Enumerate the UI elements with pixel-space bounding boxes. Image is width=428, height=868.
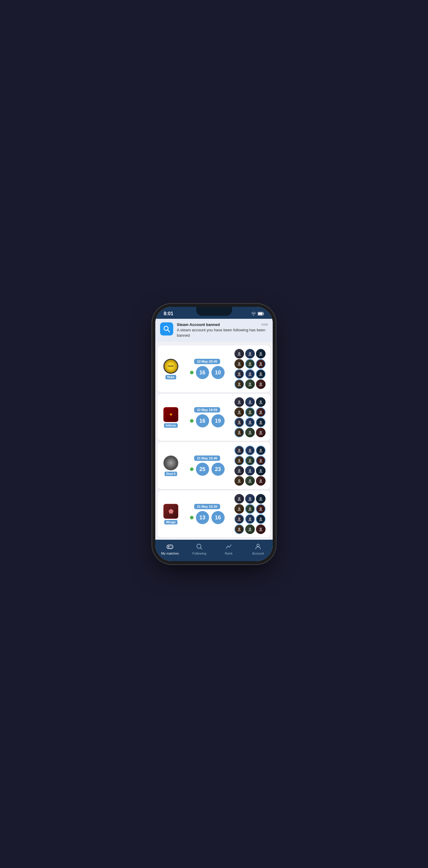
svg-point-31 bbox=[260, 449, 262, 451]
svg-point-46 bbox=[260, 507, 262, 509]
svg-point-20 bbox=[238, 411, 240, 413]
players-grid bbox=[234, 349, 266, 389]
svg-point-10 bbox=[260, 362, 262, 365]
svg-point-49 bbox=[260, 518, 262, 520]
svg-point-96 bbox=[257, 544, 259, 547]
score1: 16 bbox=[196, 366, 209, 379]
svg-point-50 bbox=[238, 528, 240, 530]
players-grid bbox=[234, 446, 266, 486]
gamepad-icon bbox=[166, 542, 174, 550]
result-dot bbox=[190, 419, 194, 423]
svg-point-6 bbox=[249, 352, 251, 354]
svg-line-95 bbox=[201, 548, 202, 550]
main-content[interactable]: NUKE Nuke 22 May 20:45 16 10 bbox=[155, 342, 273, 540]
svg-point-38 bbox=[238, 479, 240, 482]
score-row: 13 16 bbox=[190, 511, 225, 524]
match-card[interactable]: II Dust II 21 May 16:46 25 23 bbox=[158, 442, 270, 489]
svg-point-17 bbox=[238, 401, 240, 403]
status-time: 8:01 bbox=[164, 311, 173, 316]
svg-point-43 bbox=[260, 497, 262, 499]
svg-point-92 bbox=[171, 546, 171, 547]
phone-frame: 8:01 bbox=[155, 307, 273, 561]
tab-rank[interactable]: Rank bbox=[214, 542, 244, 555]
map-info: NUKE Nuke bbox=[162, 359, 180, 379]
match-card[interactable]: ✦ Inferno 22 May 18:59 16 19 bbox=[158, 394, 270, 441]
map-label: Dust II bbox=[165, 472, 177, 476]
tab-account[interactable]: Account bbox=[244, 542, 273, 555]
notification-banner[interactable]: Steam Account banned now A steam account… bbox=[155, 319, 273, 342]
tab-account-label: Account bbox=[252, 552, 264, 555]
svg-point-7 bbox=[260, 352, 262, 354]
svg-point-19 bbox=[260, 401, 262, 403]
match-middle: 22 May 20:45 16 10 bbox=[183, 359, 231, 379]
wifi-icon bbox=[251, 312, 256, 315]
svg-point-8 bbox=[238, 362, 240, 365]
svg-point-39 bbox=[249, 479, 251, 482]
notif-time: now bbox=[261, 322, 268, 327]
score-row: 25 23 bbox=[190, 463, 225, 476]
svg-point-47 bbox=[238, 518, 240, 520]
score2: 23 bbox=[211, 463, 225, 476]
following-search-icon bbox=[195, 542, 203, 550]
notch bbox=[196, 307, 232, 316]
tab-bar: My matches Following Rank bbox=[155, 540, 273, 561]
svg-point-16 bbox=[260, 383, 262, 385]
tab-following[interactable]: Following bbox=[184, 542, 214, 555]
status-bar: 8:01 bbox=[155, 307, 273, 319]
score2: 10 bbox=[211, 366, 225, 379]
svg-rect-2 bbox=[263, 313, 264, 314]
score2: 19 bbox=[211, 414, 225, 428]
svg-point-21 bbox=[249, 411, 251, 413]
status-icons bbox=[251, 312, 264, 315]
map-info: ✦ Inferno bbox=[162, 407, 180, 428]
score2: 16 bbox=[211, 511, 225, 524]
score-row: 16 10 bbox=[190, 366, 225, 379]
svg-point-25 bbox=[260, 421, 262, 423]
svg-point-35 bbox=[238, 469, 240, 471]
match-middle: 22 May 18:59 16 19 bbox=[183, 407, 231, 428]
match-date: 21 May 16:46 bbox=[194, 456, 221, 461]
match-middle: 21 May 16:46 25 23 bbox=[183, 456, 231, 476]
svg-point-12 bbox=[249, 373, 251, 375]
notif-body: A steam account you have been following … bbox=[177, 328, 268, 338]
svg-point-93 bbox=[171, 547, 172, 548]
svg-point-27 bbox=[249, 431, 251, 433]
svg-point-33 bbox=[249, 459, 251, 461]
map-label: Nuke bbox=[166, 375, 176, 379]
tab-my-matches[interactable]: My matches bbox=[155, 542, 184, 555]
match-middle: 21 May 15:30 13 16 bbox=[183, 504, 231, 524]
map-info: II Dust II bbox=[162, 456, 180, 476]
svg-point-41 bbox=[238, 497, 240, 499]
svg-rect-1 bbox=[258, 313, 262, 315]
tab-following-label: Following bbox=[192, 552, 206, 555]
svg-point-51 bbox=[249, 528, 251, 530]
svg-point-40 bbox=[260, 479, 262, 482]
svg-point-14 bbox=[238, 383, 240, 385]
svg-point-18 bbox=[249, 401, 251, 403]
map-info: ⬟ Mirage bbox=[162, 504, 180, 524]
match-date: 22 May 20:45 bbox=[194, 359, 221, 364]
svg-point-13 bbox=[260, 373, 262, 375]
map-label: Inferno bbox=[164, 423, 178, 428]
svg-point-37 bbox=[260, 469, 262, 471]
svg-point-29 bbox=[238, 449, 240, 451]
match-date: 21 May 15:30 bbox=[194, 504, 221, 509]
score1: 16 bbox=[196, 414, 209, 428]
tab-my-matches-label: My matches bbox=[161, 552, 179, 555]
notif-title: Steam Account banned bbox=[177, 322, 220, 327]
svg-point-42 bbox=[249, 497, 251, 499]
players-grid bbox=[234, 494, 266, 534]
notif-content: Steam Account banned now A steam account… bbox=[177, 322, 268, 338]
players-grid bbox=[234, 397, 266, 437]
svg-point-36 bbox=[249, 469, 251, 471]
svg-point-11 bbox=[238, 373, 240, 375]
match-card[interactable]: ⬟ Mirage 21 May 15:30 13 16 bbox=[158, 490, 270, 537]
notif-header: Steam Account banned now bbox=[177, 322, 268, 327]
svg-point-28 bbox=[260, 431, 262, 433]
svg-point-26 bbox=[238, 431, 240, 433]
match-card[interactable]: NUKE Nuke 22 May 20:45 16 10 bbox=[158, 345, 270, 393]
svg-point-15 bbox=[249, 383, 251, 385]
notif-icon bbox=[160, 322, 173, 336]
search-icon bbox=[163, 325, 171, 333]
svg-point-34 bbox=[260, 459, 262, 461]
